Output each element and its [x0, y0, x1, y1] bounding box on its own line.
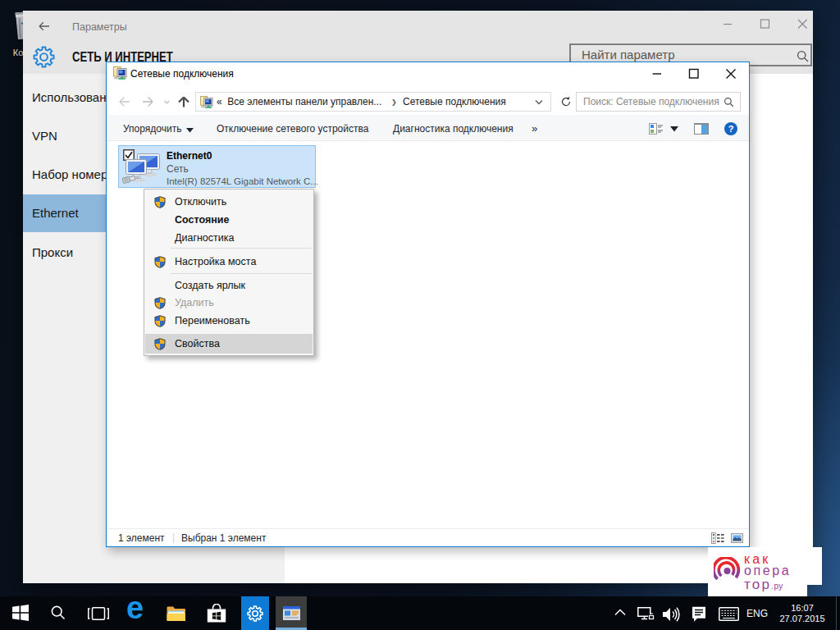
svg-text:?: ?: [728, 124, 734, 134]
